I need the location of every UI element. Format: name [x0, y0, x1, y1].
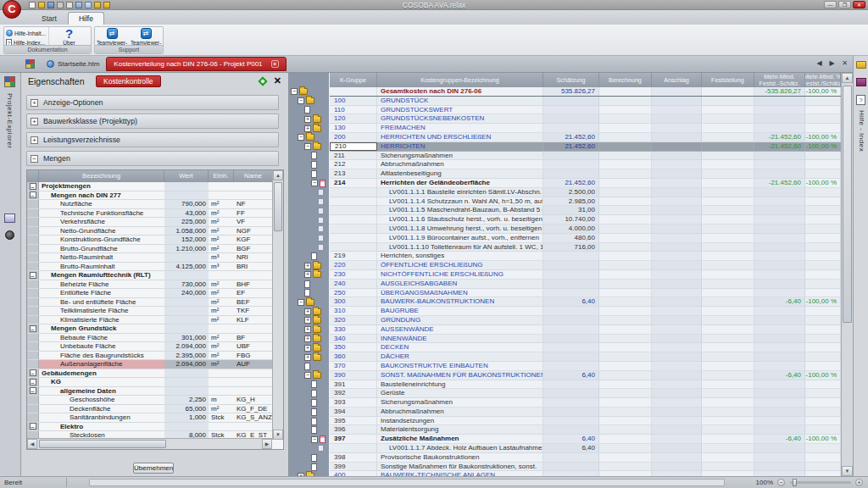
- table-row[interactable]: 212Abbruchmaßnahmen: [330, 160, 841, 169]
- hilfe-index-tab[interactable]: Hilfe - Index: [858, 110, 865, 152]
- tree-row[interactable]: −: [289, 97, 329, 106]
- expand-box-icon[interactable]: −: [304, 143, 311, 150]
- table-row[interactable]: 300BAUWERK-BAUKONSTRUKTIONEN6,40-6,40-10…: [330, 297, 841, 307]
- table-row[interactable]: Fläche des Baugrundstücks2.395,000m²FBG: [27, 352, 272, 361]
- dock-position-icon[interactable]: [258, 76, 267, 86]
- table-row[interactable]: 320GRÜNDUNG: [330, 316, 841, 325]
- table-row[interactable]: LV001.1.1.1 Baustelle einrichten Sämtl.L…: [330, 188, 841, 197]
- expand-box-icon[interactable]: −: [298, 97, 304, 104]
- table-row[interactable]: LV001.1.1.8 Umwehrung herst., vorh. u. b…: [330, 225, 841, 234]
- tab-scroll-right-button[interactable]: ▶: [827, 59, 837, 67]
- project-explorer-icon[interactable]: [4, 76, 15, 87]
- tab-scroll-left-button[interactable]: ◀: [815, 59, 824, 67]
- tree-row[interactable]: [289, 289, 329, 298]
- expand-box-icon[interactable]: −: [291, 88, 298, 95]
- expand-box-icon[interactable]: −: [311, 436, 318, 443]
- table-row[interactable]: −Mengen nach DIN 277: [27, 191, 272, 201]
- expand-box-icon[interactable]: +: [304, 354, 311, 361]
- scroll-down-icon[interactable]: ▼: [273, 430, 283, 440]
- expand-box-icon[interactable]: −: [298, 299, 304, 306]
- expand-box-icon[interactable]: +: [304, 326, 311, 333]
- tree-row[interactable]: −: [289, 435, 329, 444]
- table-row[interactable]: Be- und entlüftete Flächem²BEF: [27, 298, 272, 308]
- table-row[interactable]: Klimatisierte Flächem²KLF: [27, 316, 272, 325]
- expand-box-icon[interactable]: +: [31, 118, 38, 125]
- table-row[interactable]: Brutto-Grundfläche1.210,000m²BGF: [27, 245, 272, 254]
- tab-kostenverteilung[interactable]: Kostenverteilung nach DIN 276-06 - Proje…: [106, 57, 286, 71]
- table-row[interactable]: 219Herrichten, sonstiges: [330, 252, 841, 261]
- tree-row[interactable]: +: [289, 343, 329, 352]
- table-row[interactable]: Bebaute Fläche301,000m²BF: [27, 334, 272, 343]
- folder-icon[interactable]: [856, 61, 866, 69]
- table-row[interactable]: Technische Funktionsfläche43,000m²FF: [27, 209, 272, 219]
- expand-box-icon[interactable]: +: [304, 263, 311, 269]
- table-row[interactable]: 213Altlastenbeseitigung: [330, 169, 841, 179]
- scrollbar-thumb[interactable]: [39, 440, 166, 448]
- expand-box-icon[interactable]: +: [304, 116, 311, 123]
- table-row[interactable]: 211Sicherungsmaßnahmen: [330, 152, 841, 161]
- table-row[interactable]: Teilklimatisierte Flächem²TKF: [27, 307, 272, 316]
- table-row[interactable]: 340INNENWÄNDE: [330, 335, 841, 344]
- vertical-scrollbar[interactable]: ▲ ▼: [272, 170, 283, 440]
- table-row[interactable]: Nutzfläche790,000m²NF: [27, 200, 272, 209]
- table-row[interactable]: −Projektmengen: [27, 182, 272, 191]
- table-row[interactable]: Unbebaute Fläche2.094,000m²UBF: [27, 342, 272, 352]
- table-row[interactable]: LV001.1.1.6 Staubschutz herst., vorh. u.…: [330, 215, 841, 225]
- table-row[interactable]: LV001.1.1.9 Bürocontainer aufst., vorh.,…: [330, 234, 841, 243]
- collapse-box-icon[interactable]: −: [30, 325, 36, 332]
- table-row[interactable]: 250ÜBERGANGSMAßNAHMEN: [330, 289, 841, 298]
- tree-row[interactable]: [289, 197, 329, 207]
- table-row[interactable]: 397Zusätzliche Maßnahmen6,40-6,40-100,00…: [330, 435, 841, 444]
- expand-box-icon[interactable]: +: [31, 136, 38, 144]
- tree-row[interactable]: [289, 206, 329, 215]
- table-row[interactable]: 360DÄCHER: [330, 352, 841, 362]
- horizontal-scrollbar[interactable]: ◀ ▶: [27, 438, 272, 449]
- table-row[interactable]: Beheizte Fläche730,000m²BHF: [27, 280, 272, 290]
- table-row[interactable]: 390SONST. MAßNAHMEN FÜR BAUKONSTRUKTIONE…: [330, 371, 841, 380]
- tree-row[interactable]: [289, 188, 329, 197]
- tree-row[interactable]: [289, 425, 329, 435]
- table-row[interactable]: LV001.1.1.7 Abdeck. Holz Aufbauen Lastau…: [330, 444, 841, 453]
- scrollbar-thumb[interactable]: [843, 86, 852, 323]
- table-row[interactable]: LV001.1.1.5 Maschendraht-Bauzaun, B-Abst…: [330, 206, 841, 215]
- table-row[interactable]: 391Baustelleneinrichtung: [330, 380, 841, 390]
- table-row[interactable]: Deckenfläche65,000m²KG_F_DE: [27, 405, 272, 414]
- table-row[interactable]: 214Herrichten der Geländeoberfläche21.45…: [330, 179, 841, 188]
- table-row[interactable]: 399Sonstige Maßnahmen für Baukonstruktio…: [330, 463, 841, 472]
- table-row[interactable]: 396Materialentsorgung: [330, 425, 841, 435]
- tree-row[interactable]: [289, 169, 329, 179]
- table-row[interactable]: 392Gerüste: [330, 389, 841, 398]
- table-row[interactable]: Außenanlagenfläche2.094,000m²AUF: [27, 360, 272, 369]
- table-row[interactable]: LV001.1.1.10 Toilettenraum für AN aufste…: [330, 243, 841, 252]
- table-row[interactable]: Netto-Grundfläche1.058,000m²NGF: [27, 227, 272, 236]
- zoom-out-button[interactable]: −: [777, 479, 785, 486]
- tree-row[interactable]: [289, 463, 329, 472]
- tree-row[interactable]: [289, 243, 329, 252]
- tree-row[interactable]: +: [289, 352, 329, 362]
- ribbon-tab-hilfe[interactable]: Hilfe: [68, 12, 104, 25]
- table-row[interactable]: 230NICHTÖFFENTLICHE ERSCHLIEßUNG: [330, 270, 841, 280]
- expand-box-icon[interactable]: +: [304, 345, 311, 352]
- table-row[interactable]: LV001.1.1.4 Schutzzaun n. Wahl AN, h=1,5…: [330, 197, 841, 207]
- tree-row[interactable]: +: [289, 316, 329, 325]
- table-row[interactable]: 100GRUNDSTÜCK: [330, 97, 841, 106]
- project-explorer-tab[interactable]: Projekt-Explorer: [6, 93, 14, 148]
- scrollbar-thumb[interactable]: [274, 182, 282, 231]
- help-content-button[interactable]: ? Hilfe-Inhalt...: [6, 29, 47, 37]
- tree-row[interactable]: +: [289, 307, 329, 316]
- expand-box-icon[interactable]: +: [304, 125, 311, 132]
- scroll-right-icon[interactable]: ▶: [262, 439, 272, 449]
- library-icon[interactable]: [4, 214, 15, 223]
- tree-row[interactable]: [289, 362, 329, 371]
- expand-box-icon[interactable]: +: [304, 336, 311, 342]
- maximize-button[interactable]: ❐: [838, 1, 851, 8]
- tree-row[interactable]: −: [289, 133, 329, 142]
- collapse-box-icon[interactable]: −: [30, 387, 36, 394]
- table-row[interactable]: 240AUSGLEICHSABGABEN: [330, 280, 841, 289]
- table-row[interactable]: 395Instandsetzungen: [330, 417, 841, 426]
- tree-row[interactable]: [289, 417, 329, 426]
- table-row[interactable]: −Gebäudemengen: [27, 369, 272, 379]
- zoom-slider-thumb[interactable]: [793, 479, 797, 486]
- table-row[interactable]: 310BAUGRUBE: [330, 307, 841, 316]
- kostenkontrolle-tab[interactable]: Kostenkontrolle: [96, 75, 161, 87]
